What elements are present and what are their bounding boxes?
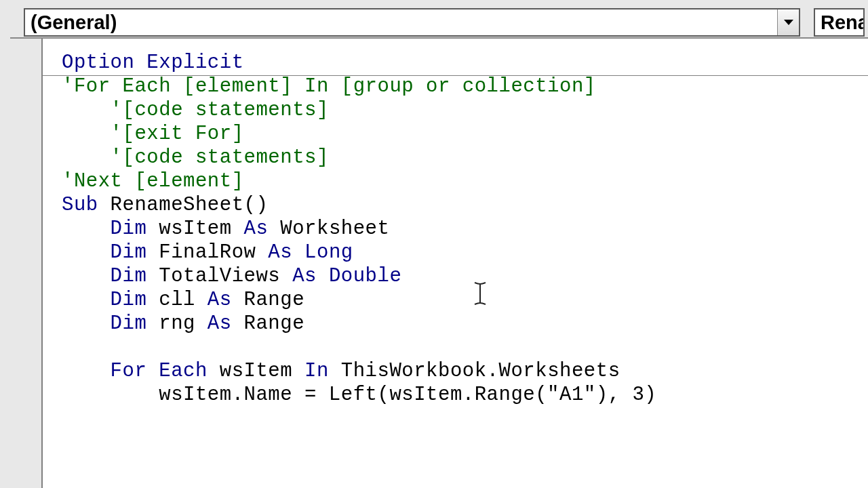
code-line-14-mid: wsItem (208, 360, 304, 382)
code-line-12-type: Range (232, 312, 304, 335)
code-line-9-dim: Dim (62, 241, 146, 264)
code-line-11-as: As (208, 289, 232, 311)
code-line-11-dim: Dim (62, 289, 146, 311)
code-line-2: 'For Each [element] In [group or collect… (62, 75, 596, 98)
code-line-7-sub: Sub (62, 194, 98, 216)
svg-marker-0 (784, 20, 793, 25)
code-line-10-var: TotalViews (146, 265, 292, 287)
object-dropdown[interactable]: (General) (24, 8, 800, 37)
code-line-9-as: As (268, 241, 292, 264)
code-line-9-var: FinalRow (146, 241, 268, 264)
code-line-9-type: Long (292, 241, 353, 264)
code-line-1: Option Explicit (62, 52, 244, 74)
code-margin (10, 39, 43, 488)
object-dropdown-value: (General) (25, 12, 777, 34)
procedure-dropdown-value: Renam (815, 12, 863, 34)
code-line-10-type: Double (317, 265, 401, 287)
code-line-12-var: rng (146, 312, 208, 335)
code-line-14-for: For Each (62, 360, 208, 382)
vba-editor-window: (General) Renam Option Explicit 'For Eac… (0, 0, 868, 488)
procedure-dropdown[interactable]: Renam (814, 8, 865, 37)
code-line-14-rest: ThisWorkbook.Worksheets (329, 360, 620, 382)
code-line-8-type: Worksheet (268, 218, 389, 240)
code-line-3: '[code statements] (62, 99, 329, 121)
code-line-14-in: In (304, 360, 329, 382)
code-line-12-as: As (208, 312, 232, 335)
chevron-down-icon (784, 20, 793, 25)
code-line-8-as: As (244, 218, 269, 240)
code-line-8-dim: Dim (62, 218, 146, 240)
code-line-15: wsItem.Name = Left(wsItem.Range("A1"), 3… (62, 384, 656, 406)
code-line-11-var: cll (146, 289, 208, 311)
code-line-10-as: As (292, 265, 317, 287)
text-cursor-icon (473, 281, 487, 308)
code-line-10-dim: Dim (62, 265, 146, 287)
code-line-4: '[exit For] (62, 123, 244, 145)
code-line-5: '[code statements] (62, 146, 329, 169)
code-line-8-var: wsItem (146, 218, 243, 240)
code-line-11-type: Range (232, 289, 304, 311)
code-line-12-dim: Dim (62, 312, 146, 335)
object-procedure-bar: (General) Renam (24, 8, 868, 37)
code-line-7-name: RenameSheet() (98, 194, 269, 216)
procedure-separator (43, 75, 868, 76)
code-editor[interactable]: Option Explicit 'For Each [element] In [… (43, 39, 868, 488)
object-dropdown-button[interactable] (777, 9, 799, 35)
code-editor-container: Option Explicit 'For Each [element] In [… (10, 37, 868, 488)
code-line-6: 'Next [element] (62, 170, 244, 192)
